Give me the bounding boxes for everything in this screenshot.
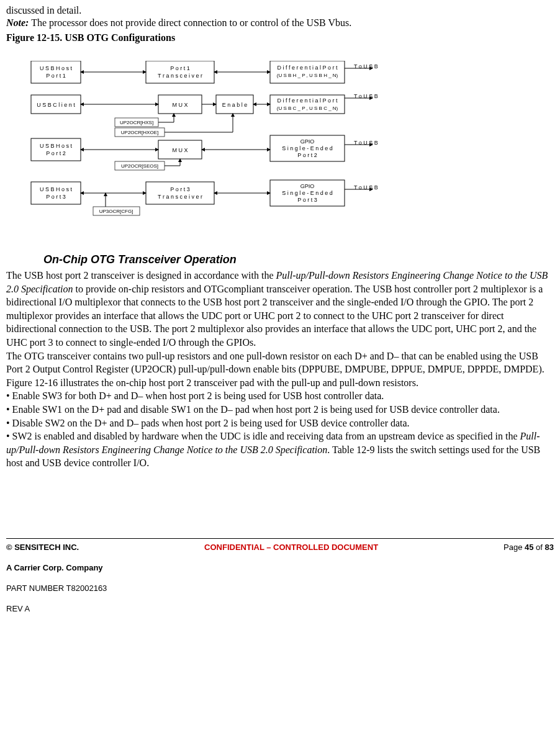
bullet4-a: • SW2 is enabled and disabled by hardwar… <box>6 431 520 441</box>
box-port3-trans-l2: T r a n s c e i v e r <box>158 194 202 200</box>
footer-company: © SENSITECH INC. <box>6 543 79 552</box>
box-usbclient: U S B C l i e n t <box>37 102 75 108</box>
svg-rect-20 <box>31 138 81 161</box>
box-usbhost3-l2: P o r t 3 <box>46 194 65 200</box>
footer-rule <box>6 538 554 539</box>
box-gpio3-l1: GPIO <box>300 183 315 189</box>
box-usbhost3-l1: U S B H o s t <box>40 186 73 192</box>
footer-partnumber: PART NUMBER T82002163 <box>6 584 554 593</box>
box-port3-trans-l1: P o r t 3 <box>170 186 189 192</box>
box-enable: E n a b l e <box>222 102 248 108</box>
paragraph-1: The USB host port 2 transceiver is desig… <box>6 269 554 349</box>
footer-page: Page 45 of 83 <box>504 543 554 552</box>
footer-page-a: Page <box>504 543 525 552</box>
box-diffport1-l2: (U S B H _ P , U S B H _ N) <box>277 73 338 78</box>
diagram-svg: U S B H o s t P o r t 1 P o r t 1 T r a … <box>25 61 410 235</box>
sig-seos: UP2OCR[SEOS] <box>121 163 158 169</box>
box-diffport2-l1: D i f f e r e n t i a l P o r t <box>278 97 338 104</box>
footer-page-d: 83 <box>545 543 554 552</box>
box-usbhost1-l1: U S B H o s t <box>40 65 73 71</box>
note-text: The processor does not provide direct co… <box>29 17 351 28</box>
bullet-4: • SW2 is enabled and disabled by hardwar… <box>6 430 554 470</box>
bullet-3: • Disable SW2 on the D+ and D– pads when… <box>6 417 554 430</box>
svg-rect-0 <box>31 61 81 83</box>
box-gpio2-l1: GPIO <box>300 138 315 145</box>
box-gpio3-l2: S i n g l e - E n d e d <box>282 190 333 196</box>
footer-page-c: of <box>533 543 544 552</box>
svg-rect-30 <box>146 182 214 204</box>
box-port1-trans-l1: P o r t 1 <box>170 65 189 71</box>
box-diffport1-l1: D i f f e r e n t i a l P o r t <box>278 65 338 71</box>
note-label: Note: <box>6 17 29 28</box>
box-gpio3-l3: P o r t 3 <box>297 197 317 203</box>
paragraph-2: The OTG transceiver contains two pull-up… <box>6 349 554 390</box>
svg-rect-29 <box>31 182 81 204</box>
box-usbhost1-l2: P o r t 1 <box>46 73 65 79</box>
usb-otg-diagram: U S B H o s t P o r t 1 P o r t 1 T r a … <box>25 61 554 235</box>
figure-title: Figure 12-15. USB OTG Configurations <box>6 32 554 43</box>
box-usbhost2-l2: P o r t 2 <box>46 150 65 156</box>
box-usbhost2-l1: U S B H o s t <box>40 143 73 149</box>
section-heading: On-Chip OTG Transceiver Operation <box>43 253 554 266</box>
bullet-1: • Enable SW3 for both D+ and D– when hos… <box>6 389 554 403</box>
para1-a: The USB host port 2 transceiver is desig… <box>6 270 276 281</box>
footer-page-b: 45 <box>525 543 533 552</box>
footer-rev: REV A <box>6 604 554 613</box>
sig-hxoe: UP2OCR[HXOE] <box>121 130 158 135</box>
svg-rect-1 <box>146 61 214 83</box>
sig-cfg: UP3OCR[CFG] <box>99 209 133 214</box>
footer-top-row: © SENSITECH INC. CONFIDENTIAL – CONTROLL… <box>6 543 554 552</box>
box-gpio2-l3: P o r t 2 <box>297 152 317 158</box>
bullet-2: • Enable SW1 on the D+ pad and disable S… <box>6 403 554 417</box>
intro-note: Note: The processor does not provide dir… <box>6 17 554 29</box>
footer-carrier: A Carrier Corp. Company <box>6 563 554 572</box>
footer-confidential: CONFIDENTIAL – CONTROLLED DOCUMENT <box>204 543 378 552</box>
para1-c: to provide on-chip resistors and OTGcomp… <box>6 284 543 348</box>
sig-hxs: UP2OCR[HXS] <box>120 120 153 125</box>
box-gpio2-l2: S i n g l e - E n d e d <box>282 145 333 151</box>
box-diffport2-l2: (U S B C _ P , U S B C _ N) <box>277 106 338 111</box>
box-mux-1: M U X <box>172 102 187 108</box>
intro-discussed: discussed in detail. <box>6 5 554 16</box>
box-mux-2: M U X <box>172 147 187 153</box>
box-port1-trans-l2: T r a n s c e i v e r <box>158 73 202 79</box>
